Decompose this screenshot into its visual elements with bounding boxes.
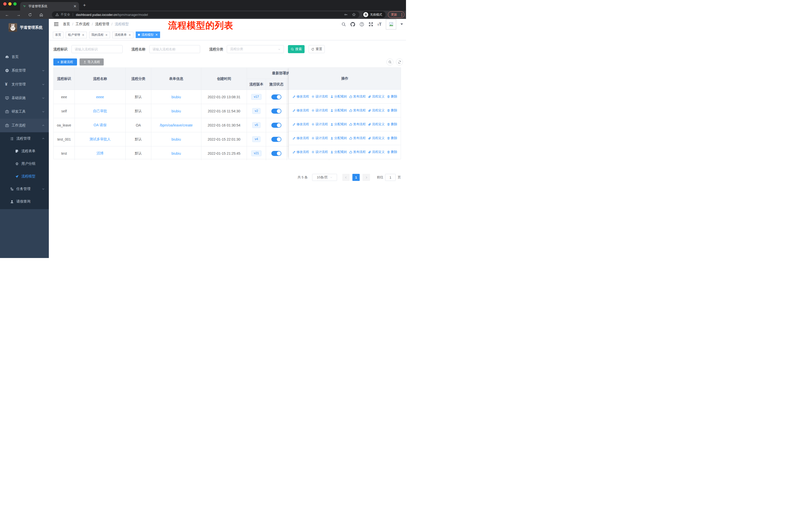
reload-icon[interactable] (28, 10, 32, 19)
breadcrumb-process-management[interactable]: 流程管理 (95, 22, 109, 26)
home-icon[interactable] (39, 10, 43, 19)
action-edit-link[interactable]: 修改流程 (292, 94, 309, 99)
reset-button[interactable]: 重置 (309, 45, 325, 53)
breadcrumb-workflow[interactable]: 工作流程 (76, 22, 90, 26)
form-info-link[interactable]: biubiu (171, 109, 181, 113)
window-zoom-button[interactable] (13, 2, 17, 5)
key-icon[interactable] (344, 12, 348, 17)
tag-tenant[interactable]: 租户管理✕ (66, 32, 87, 38)
bookmark-star-icon[interactable] (352, 12, 356, 17)
action-deploy-link[interactable]: 发布流程 (349, 94, 366, 99)
address-bar[interactable]: 不安全 dashboard.yudao.iocoder.cn /bpm/mana… (52, 11, 359, 18)
model-name-link[interactable]: 测试多审批人 (90, 137, 111, 142)
avatar-caret-icon[interactable] (401, 23, 403, 25)
model-name-link[interactable]: 滔博 (97, 151, 104, 156)
active-toggle[interactable] (271, 109, 282, 114)
action-delete-link[interactable]: 删除 (387, 122, 397, 127)
process-name-input[interactable] (149, 45, 200, 53)
tag-my-process[interactable]: 我的流程✕ (89, 32, 110, 38)
browser-update-button[interactable]: 更新 (388, 11, 405, 18)
back-icon[interactable]: ← (5, 10, 9, 19)
sidebar-item-leave-query[interactable]: 请假查询 (0, 195, 49, 208)
action-edit-link[interactable]: 修改流程 (292, 108, 309, 113)
action-assign-link[interactable]: 分配规则 (330, 108, 347, 113)
new-tab-button[interactable]: + (83, 2, 86, 8)
model-name-link[interactable]: OA 请假 (94, 123, 107, 128)
window-minimize-button[interactable] (8, 2, 11, 5)
breadcrumb-home[interactable]: 首页 (63, 22, 70, 26)
action-delete-link[interactable]: 删除 (387, 94, 397, 99)
action-design-link[interactable]: 设计流程 (311, 94, 328, 99)
close-icon[interactable]: ✕ (128, 33, 131, 37)
action-deploy-link[interactable]: 发布流程 (349, 136, 366, 140)
sidebar-item-process-form[interactable]: 流程表单 (0, 145, 49, 158)
tag-process-form[interactable]: 流程表单✕ (112, 32, 133, 38)
goto-page-input[interactable] (385, 174, 396, 181)
category-select[interactable]: 流程分类 (227, 45, 284, 53)
github-icon[interactable] (350, 22, 355, 27)
browser-menu-icon[interactable] (402, 13, 402, 17)
page-size-select[interactable]: 10条/页 (312, 174, 337, 181)
sidebar-item-user-group[interactable]: 用户分组 (0, 158, 49, 170)
current-page[interactable]: 1 (352, 174, 360, 181)
action-design-link[interactable]: 设计流程 (311, 108, 328, 113)
action-assign-link[interactable]: 分配规则 (330, 150, 347, 154)
action-design-link[interactable]: 设计流程 (311, 136, 328, 140)
action-design-link[interactable]: 设计流程 (311, 150, 328, 154)
active-toggle[interactable] (271, 94, 282, 100)
search-button[interactable]: 搜索 (288, 45, 304, 53)
help-icon[interactable] (359, 22, 364, 27)
window-close-button[interactable] (3, 2, 6, 5)
import-process-button[interactable]: 导入流程 (80, 58, 104, 65)
close-icon[interactable]: ✕ (82, 33, 84, 37)
action-definition-link[interactable]: 流程定义 (368, 108, 385, 113)
action-delete-link[interactable]: 删除 (387, 136, 397, 140)
active-toggle[interactable] (271, 137, 282, 142)
sidebar-item-dev-tools[interactable]: 研发工具 (0, 105, 49, 118)
font-size-icon[interactable]: TT (378, 22, 382, 26)
sidebar-item-system[interactable]: 系统管理 (0, 64, 49, 77)
security-warning-icon[interactable] (55, 13, 59, 17)
sidebar-item-process-management[interactable]: 流程管理 (0, 132, 49, 145)
form-info-link[interactable]: biubiu (171, 137, 181, 141)
show-search-toggle-button[interactable] (386, 58, 394, 65)
sidebar-item-home[interactable]: 首页 (0, 50, 49, 64)
sidebar-item-task-management[interactable]: 任务管理 (0, 183, 49, 195)
fullscreen-icon[interactable] (369, 22, 373, 27)
process-key-input[interactable] (71, 45, 123, 53)
refresh-table-button[interactable] (396, 58, 403, 65)
sidebar-item-process-model[interactable]: 流程模型 (0, 170, 49, 183)
active-toggle[interactable] (271, 123, 282, 128)
close-icon[interactable]: ✕ (105, 33, 108, 37)
form-info-link[interactable]: /bpm/oa/leave/create (160, 123, 193, 127)
action-delete-link[interactable]: 删除 (387, 108, 397, 113)
action-definition-link[interactable]: 流程定义 (368, 122, 385, 127)
action-assign-link[interactable]: 分配规则 (330, 136, 347, 140)
action-assign-link[interactable]: 分配规则 (330, 94, 347, 99)
browser-tab[interactable]: 芋道管理系统 ✕ (20, 2, 79, 10)
active-toggle[interactable] (271, 151, 282, 156)
forward-icon[interactable]: → (17, 10, 21, 19)
avatar[interactable] (386, 19, 396, 29)
tag-process-model[interactable]: 流程模型✕ (136, 31, 160, 38)
next-page-button[interactable] (362, 174, 370, 181)
model-name-link[interactable]: 自己审批 (93, 109, 107, 113)
sidebar-collapse-icon[interactable] (54, 22, 59, 26)
search-icon[interactable] (341, 22, 346, 27)
action-definition-link[interactable]: 流程定义 (368, 94, 385, 99)
action-deploy-link[interactable]: 发布流程 (349, 108, 366, 113)
sidebar-item-infrastructure[interactable]: 基础设施 (0, 91, 49, 105)
action-edit-link[interactable]: 修改流程 (292, 122, 309, 127)
action-deploy-link[interactable]: 发布流程 (349, 122, 366, 127)
form-info-link[interactable]: biubiu (171, 95, 181, 99)
action-design-link[interactable]: 设计流程 (311, 122, 328, 127)
action-delete-link[interactable]: 删除 (387, 150, 397, 154)
action-edit-link[interactable]: 修改流程 (292, 150, 309, 154)
sidebar-item-workflow[interactable]: 工作流程 (0, 119, 49, 132)
form-info-link[interactable]: biubiu (171, 152, 181, 156)
close-icon[interactable]: ✕ (155, 33, 158, 36)
action-definition-link[interactable]: 流程定义 (368, 150, 385, 154)
tag-home[interactable]: 首页 (53, 32, 63, 38)
action-deploy-link[interactable]: 发布流程 (349, 150, 366, 154)
action-assign-link[interactable]: 分配规则 (330, 122, 347, 127)
